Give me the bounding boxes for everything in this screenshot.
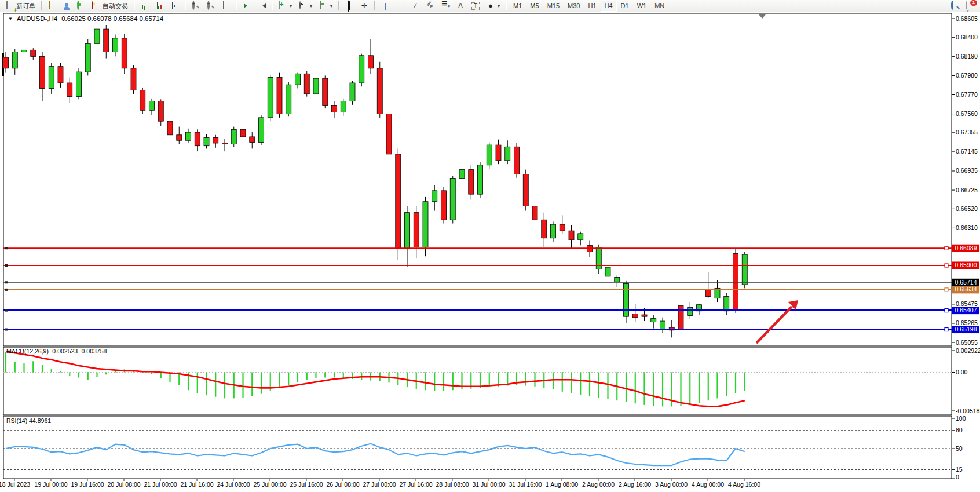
svg-text:31 Jul 16:00: 31 Jul 16:00	[509, 481, 542, 488]
timeframe-button-H4[interactable]: H4	[601, 1, 617, 12]
new-order-icon	[6, 1, 8, 9]
svg-text:15: 15	[956, 466, 963, 473]
text-icon: A	[456, 2, 465, 10]
svg-text:27 Jul 16:00: 27 Jul 16:00	[399, 481, 432, 488]
chevron-down-icon: ▾	[290, 3, 292, 9]
zoom-out-button[interactable]: −	[203, 0, 218, 12]
new-order-button[interactable]: 新订单	[2, 0, 39, 12]
templates-button[interactable]: ▾	[316, 0, 336, 12]
cursor-tool-button[interactable]	[342, 0, 357, 12]
channel-tool-button[interactable]: ∕∕E	[423, 0, 438, 12]
vertical-line-tool-button[interactable]: |	[378, 0, 393, 12]
search-icon	[951, 1, 953, 10]
chart-canvas[interactable]: 0.686050.684000.681900.679800.677700.675…	[0, 0, 980, 492]
chart-shift-button[interactable]	[254, 0, 269, 12]
svg-text:0.66310: 0.66310	[956, 224, 978, 231]
cursor-icon	[348, 0, 350, 13]
chat-icon	[966, 1, 967, 9]
macd-name: MACD(12,26,9)	[6, 348, 49, 355]
timeframe-button-M5[interactable]: M5	[526, 1, 543, 12]
svg-text:26 Jul 08:00: 26 Jul 08:00	[326, 481, 359, 488]
svg-text:31 Jul 00:00: 31 Jul 00:00	[472, 481, 505, 488]
svg-text:0.65407: 0.65407	[955, 307, 977, 314]
symbol-period-label: AUDUSD-,H4	[17, 15, 57, 22]
fibonacci-tool-button[interactable]: ☰F	[438, 0, 453, 12]
svg-text:2 Aug 16:00: 2 Aug 16:00	[619, 481, 651, 488]
signals-button[interactable]	[74, 0, 89, 12]
horizontal-line-tool-button[interactable]: —	[393, 0, 408, 12]
community-icon	[63, 3, 70, 10]
candlestick-chart-button[interactable]	[152, 0, 167, 12]
community-button[interactable]	[60, 0, 74, 12]
svg-text:28 Jul 08:00: 28 Jul 08:00	[436, 481, 469, 488]
periods-button[interactable]: ▾	[295, 0, 316, 12]
trendline-tool-button[interactable]: ∕	[408, 0, 423, 12]
chart-pane	[3, 416, 952, 479]
svg-text:0.66725: 0.66725	[956, 187, 978, 194]
mt4-window: 新订单 自动交易 + −	[0, 0, 980, 492]
market-button[interactable]	[45, 0, 60, 12]
auto-trading-button[interactable]: 自动交易	[89, 0, 131, 12]
arrows-icon: ◆	[487, 2, 495, 10]
market-icon	[49, 1, 50, 9]
svg-text:19 Jul 16:00: 19 Jul 16:00	[71, 481, 104, 488]
tile-windows-button[interactable]	[218, 0, 233, 12]
text-label-icon: T	[471, 2, 480, 10]
ohlc-values: 0.66025 0.66078 0.65684 0.65714	[61, 15, 163, 22]
timeframe-button-M1[interactable]: M1	[509, 1, 526, 12]
svg-text:0.65714: 0.65714	[955, 279, 977, 286]
timeframe-button-H1[interactable]: H1	[584, 1, 600, 12]
symbol-dropdown-icon[interactable]: ▼	[8, 16, 13, 21]
svg-text:3 Aug 08:00: 3 Aug 08:00	[655, 481, 688, 488]
candlestick-chart-icon	[157, 2, 158, 9]
add-indicator-icon	[279, 1, 280, 9]
timeframe-group: M1M5M15M30H1H4D1W1MN	[509, 0, 668, 12]
chart-title: ▼ AUDUSD-,H4 0.66025 0.66078 0.65684 0.6…	[8, 15, 163, 22]
svg-text:0.68605: 0.68605	[956, 15, 978, 22]
separator	[506, 1, 507, 10]
separator	[374, 1, 375, 10]
separator	[134, 1, 135, 10]
timeframe-button-D1[interactable]: D1	[617, 1, 633, 12]
line-chart-button[interactable]	[167, 0, 182, 12]
text-label-tool-button[interactable]: T	[468, 0, 483, 12]
new-order-label: 新订单	[16, 2, 35, 10]
timeframe-button-M30[interactable]: M30	[564, 1, 584, 12]
bar-chart-button[interactable]	[137, 0, 152, 12]
search-button[interactable]	[948, 0, 963, 12]
horizontal-line-icon: —	[396, 2, 404, 10]
chevron-down-icon: ▾	[498, 3, 500, 9]
crosshair-tool-button[interactable]: ✛	[357, 0, 372, 12]
arrows-tool-button[interactable]: ◆▾	[483, 0, 503, 12]
timeframe-button-W1[interactable]: W1	[633, 1, 651, 12]
auto-scroll-button[interactable]	[239, 0, 254, 12]
zoom-in-button[interactable]: +	[188, 0, 203, 12]
svg-text:25 Jul 16:00: 25 Jul 16:00	[290, 481, 323, 488]
periods-icon	[299, 1, 301, 9]
bar-chart-icon	[142, 2, 142, 9]
signals-icon	[77, 1, 79, 10]
svg-text:0.67980: 0.67980	[956, 72, 978, 79]
rsi-name: RSI(14)	[6, 417, 27, 424]
templates-icon	[320, 1, 321, 9]
svg-text:21 Jul 16:00: 21 Jul 16:00	[180, 481, 213, 488]
svg-text:0.67145: 0.67145	[956, 148, 978, 155]
timeframe-button-M15[interactable]: M15	[543, 1, 564, 12]
svg-text:2 Aug 00:00: 2 Aug 00:00	[582, 481, 615, 488]
fibonacci-icon: ☰F	[441, 0, 449, 11]
timeframe-button-MN[interactable]: MN	[650, 1, 668, 12]
svg-text:0.65634: 0.65634	[955, 286, 977, 293]
macd-indicator-label: MACD(12,26,9) -0.002523 -0.003758	[6, 348, 107, 355]
svg-text:0.68400: 0.68400	[956, 34, 978, 41]
svg-text:0.66089: 0.66089	[955, 245, 977, 252]
svg-text:0.65055: 0.65055	[956, 339, 978, 346]
add-indicator-button[interactable]: ▾	[275, 0, 295, 12]
macd-values: -0.002523 -0.003758	[50, 348, 107, 355]
separator	[338, 1, 339, 10]
svg-text:0.67770: 0.67770	[956, 91, 978, 98]
text-tool-button[interactable]: A	[453, 0, 468, 12]
svg-text:27 Jul 00:00: 27 Jul 00:00	[363, 481, 396, 488]
equidistant-channel-icon: ∕∕E	[426, 0, 434, 11]
svg-text:50: 50	[956, 445, 963, 452]
notifications-button[interactable]: 1	[963, 0, 978, 12]
